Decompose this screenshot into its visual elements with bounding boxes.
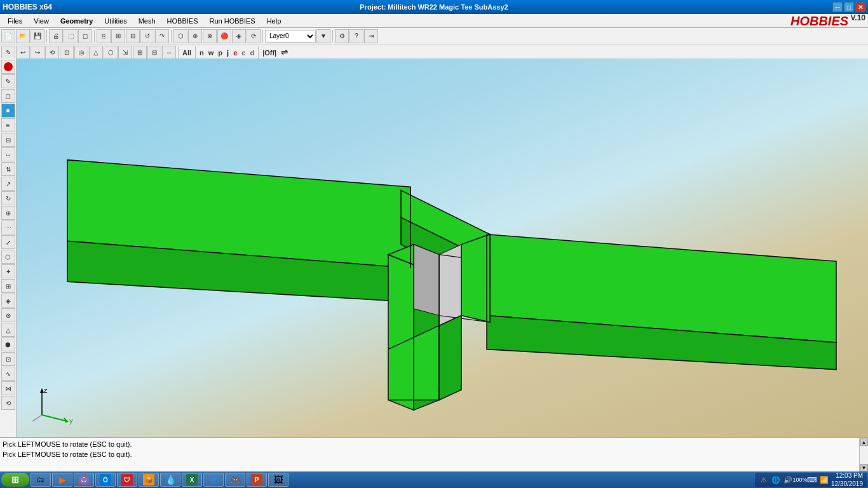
ltb-btn-2[interactable]: ◻ [1, 89, 15, 103]
status-scrollbar[interactable]: ▲ ▼ [859, 438, 868, 472]
ltb-btn-16[interactable]: ◈ [1, 294, 15, 308]
menu-geometry[interactable]: Geometry [55, 16, 98, 26]
ltb-btn-7[interactable]: ⇅ [1, 162, 15, 176]
tb2-btn-4[interactable]: ⟲ [45, 46, 59, 60]
label-n[interactable]: n [198, 49, 206, 57]
ltb-btn-10[interactable]: ⊕ [1, 206, 15, 220]
tb-btn-14[interactable]: ⊗ [203, 29, 217, 43]
maximize-button[interactable]: □ [844, 2, 854, 12]
ltb-btn-13[interactable]: ⬡ [1, 250, 15, 264]
taskbar-outlook[interactable]: O [95, 473, 116, 487]
taskbar-excel[interactable]: X [182, 473, 202, 487]
label-w[interactable]: w [207, 49, 216, 57]
tb2-btn-9[interactable]: ⇲ [118, 46, 132, 60]
minimize-button[interactable]: ─ [832, 2, 843, 12]
tb2-btn-5[interactable]: ⊡ [60, 46, 74, 60]
ltb-btn-17[interactable]: ⊗ [1, 308, 15, 322]
ltb-btn-9[interactable]: ↻ [1, 191, 15, 205]
tb-btn-15[interactable]: 🔴 [217, 29, 231, 43]
menu-hobbies[interactable]: HOBBIES [162, 16, 203, 26]
help-btn[interactable]: ? [349, 29, 363, 43]
tb-btn-20[interactable]: ⇥ [364, 29, 378, 43]
close-button[interactable]: ✕ [855, 2, 865, 12]
ltb-btn-5[interactable]: ⊟ [1, 133, 15, 147]
label-c[interactable]: c [240, 49, 247, 57]
tb-btn-12[interactable]: ⬡ [173, 29, 187, 43]
ltb-red-dot[interactable] [1, 60, 15, 74]
taskbar-dropbox[interactable]: 💧 [160, 473, 180, 487]
tb-btn-8[interactable]: ⊞ [111, 29, 125, 43]
taskbar-photo[interactable]: 🖼 [268, 473, 288, 487]
taskbar-app5[interactable]: 🛡 [117, 473, 137, 487]
ltb-btn-22[interactable]: ⋈ [1, 381, 15, 395]
layer-select[interactable]: Layer0 [265, 30, 316, 43]
menu-mesh[interactable]: Mesh [133, 16, 161, 26]
ltb-btn-4[interactable]: ≡ [1, 118, 15, 132]
label-all[interactable]: All [180, 49, 193, 57]
tb-btn-5[interactable]: ⬚ [64, 29, 78, 43]
tray-warn-icon[interactable]: ⚠ [759, 475, 769, 485]
tb-btn-7[interactable]: ⎘ [97, 29, 111, 43]
tb2-btn-1[interactable]: ✎ [1, 46, 15, 60]
system-clock[interactable]: 12:03 PM 12/30/2019 [831, 471, 863, 488]
ltb-btn-12[interactable]: ⤢ [1, 235, 15, 249]
taskbar-explorer[interactable]: 🗂 [31, 473, 51, 487]
label-arrows[interactable]: ⇌ [279, 48, 290, 57]
ltb-btn-14[interactable]: ✦ [1, 264, 15, 278]
label-j[interactable]: j [225, 49, 231, 57]
ltb-btn-20[interactable]: ⊡ [1, 352, 15, 366]
taskbar-app6[interactable]: 📦 [139, 473, 159, 487]
tray-volume-icon[interactable]: 🔊 [783, 475, 793, 485]
taskbar-ie[interactable]: e [203, 473, 224, 487]
ltb-btn-6[interactable]: ↔ [1, 147, 15, 161]
tray-lang-icon[interactable]: ⌨ [807, 475, 817, 485]
ltb-btn-11[interactable]: ⋯ [1, 220, 15, 234]
label-e[interactable]: e [231, 49, 239, 57]
tb2-btn-3[interactable]: ↪ [31, 46, 44, 60]
open-button[interactable]: 📂 [16, 29, 30, 43]
taskbar-ppt[interactable]: P [247, 473, 267, 487]
tb2-btn-10[interactable]: ⊞ [133, 46, 147, 60]
ltb-btn-19[interactable]: ⬢ [1, 337, 15, 351]
viewport[interactable]: z y [17, 58, 868, 437]
save-button[interactable]: 💾 [31, 29, 44, 43]
tb-btn-13[interactable]: ⊕ [188, 29, 202, 43]
menu-utilities[interactable]: Utilities [99, 16, 132, 26]
menu-view[interactable]: View [29, 16, 54, 26]
taskbar-chrome[interactable] [74, 473, 94, 487]
tb-btn-16[interactable]: ◈ [232, 29, 246, 43]
ltb-btn-21[interactable]: ∿ [1, 367, 15, 381]
tb-btn-17[interactable]: ⟳ [247, 29, 261, 43]
menu-run-hobbies[interactable]: Run HOBBIES [205, 16, 261, 26]
ltb-btn-1[interactable]: ✎ [1, 74, 15, 88]
tray-network-icon[interactable]: 🌐 [771, 475, 781, 485]
label-off[interactable]: |Off| [261, 49, 278, 57]
print-button[interactable]: 🖨 [49, 29, 63, 43]
tb2-btn-8[interactable]: ⬡ [104, 46, 118, 60]
ltb-btn-18[interactable]: △ [1, 323, 15, 337]
tb2-btn-12[interactable]: ↔ [162, 46, 176, 60]
tb-btn-6[interactable]: ◻ [78, 29, 92, 43]
ltb-btn-23[interactable]: ⟲ [1, 396, 15, 410]
ltb-btn-3[interactable]: ■ [1, 104, 15, 118]
ltb-btn-8[interactable]: ↗ [1, 177, 15, 191]
tray-battery-icon[interactable]: 100% [795, 475, 805, 485]
tb2-btn-11[interactable]: ⊟ [147, 46, 161, 60]
tb2-btn-6[interactable]: ◎ [74, 46, 88, 60]
tb-btn-11[interactable]: ↷ [155, 29, 169, 43]
ltb-btn-15[interactable]: ⊞ [1, 279, 15, 293]
tb-btn-9[interactable]: ⊟ [126, 29, 140, 43]
label-d[interactable]: d [248, 49, 256, 57]
scroll-down[interactable]: ▼ [860, 464, 868, 471]
taskbar-game[interactable]: 🎮 [225, 473, 245, 487]
tb2-btn-7[interactable]: △ [89, 46, 103, 60]
tray-signal-icon[interactable]: 📶 [819, 475, 829, 485]
start-button[interactable]: ⊞ [1, 473, 29, 487]
tb-btn-10[interactable]: ↺ [140, 29, 154, 43]
tb-btn-18[interactable]: ▼ [316, 29, 330, 43]
tb2-btn-2[interactable]: ↩ [16, 46, 30, 60]
menu-help[interactable]: Help [262, 16, 287, 26]
label-p[interactable]: p [216, 49, 224, 57]
tb-btn-19[interactable]: ⚙ [335, 29, 349, 43]
scroll-up[interactable]: ▲ [860, 438, 868, 446]
